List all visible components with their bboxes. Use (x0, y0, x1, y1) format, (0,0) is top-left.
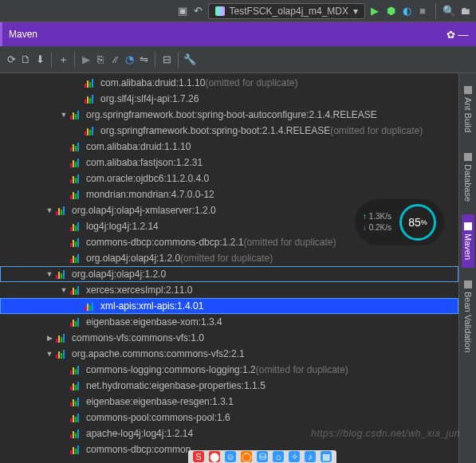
settings-icon[interactable]: ✿ (444, 28, 457, 41)
dock-app-icon[interactable]: ✧ (289, 451, 300, 462)
coverage-icon[interactable]: ◐ (400, 5, 413, 18)
tree-node[interactable]: com.oracle:ojdbc6:11.2.0.4.0 (0, 171, 458, 186)
run-config-selector[interactable]: TestFSCK_olap4j_m4_MDX ▾ (208, 3, 365, 19)
refresh-icon[interactable]: ⟳ (5, 53, 18, 66)
tree-node[interactable]: net.hydromatic:eigenbase-properties:1.1.… (0, 378, 458, 394)
dropdown-icon: ▾ (353, 6, 358, 17)
run-icon[interactable]: ▶ (368, 5, 381, 18)
dock-app-icon[interactable]: ♪ (305, 451, 316, 462)
node-note: (omitted for duplicate) (330, 125, 423, 136)
dependency-tree[interactable]: com.alibaba:druid:1.1.10 (omitted for du… (0, 73, 458, 463)
node-label: com.alibaba:druid:1.1.10 (100, 77, 205, 88)
upload-icon: ↑ (363, 212, 367, 221)
beanval-icon (464, 281, 472, 288)
tree-node[interactable]: org.olap4j:olap4j:1.2.0 (omitted for dup… (0, 250, 458, 266)
node-note: (omitted for duplicate) (256, 364, 348, 375)
dock-app-icon[interactable]: ⌂ (273, 451, 284, 462)
node-label: net.hydromatic:eigenbase-properties:1.1.… (86, 380, 266, 391)
tool-tab-beanval[interactable]: Bean Validation (462, 273, 474, 360)
node-note: (omitted for duplicate) (205, 77, 297, 88)
tree-node[interactable]: eigenbase:eigenbase-xom:1.3.4 (0, 314, 458, 330)
toggle-skip-tests-icon[interactable]: ◔ (123, 53, 136, 66)
generate-sources-icon[interactable]: 🗋 (19, 53, 32, 66)
chevron-down-icon[interactable]: ▼ (45, 206, 54, 215)
execute-goal-icon[interactable]: ⎘ (94, 53, 107, 66)
run-maven-icon[interactable]: ▶ (80, 53, 92, 66)
tree-node[interactable]: ▼org.apache.commons:commons-vfs2:2.1 (0, 346, 458, 362)
dependency-icon (70, 110, 83, 120)
dependency-icon (70, 317, 83, 327)
dock-app-icon[interactable]: S (193, 451, 204, 462)
run-config-label: TestFSCK_olap4j_m4_MDX (230, 6, 348, 17)
usage-circle: 85% (399, 204, 436, 241)
chevron-down-icon[interactable]: ▼ (45, 269, 54, 279)
download-speed: 0.2 (369, 223, 380, 232)
node-label: commons-logging:commons-logging:1.2 (86, 364, 256, 375)
add-icon[interactable]: ＋ (57, 53, 69, 66)
tool-tab-antbuild[interactable]: Ant Build (462, 78, 474, 140)
tree-node[interactable]: ▼xerces:xercesImpl:2.11.0 (0, 282, 458, 298)
dependency-icon (70, 174, 83, 183)
terminal-icon[interactable]: ▣ (176, 5, 189, 18)
chevron-down-icon[interactable]: ▼ (59, 110, 69, 120)
dependency-icon (70, 365, 83, 375)
chevron-down-icon[interactable]: ▼ (59, 285, 69, 295)
search-icon[interactable]: 🔍 (443, 5, 455, 18)
toggle-offline-icon[interactable]: ⫽ (108, 53, 121, 66)
dependency-icon (70, 222, 83, 231)
tree-node[interactable]: org.springframework.boot:spring-boot:2.1… (0, 123, 458, 139)
dependency-icon (70, 253, 83, 263)
tree-node[interactable]: eigenbase:eigenbase-resgen:1.3.1 (0, 394, 458, 410)
download-icon: ↓ (363, 223, 367, 232)
back-icon[interactable]: ↶ (192, 5, 205, 18)
upload-speed: 1.3 (369, 212, 380, 221)
node-label: commons-vfs:commons-vfs:1.0 (72, 332, 204, 343)
chevron-down-icon[interactable]: ▼ (45, 349, 54, 359)
tool-tab-maven[interactable]: Maven (462, 214, 474, 268)
tool-tab-database[interactable]: Database (462, 145, 474, 210)
dock-app-icon[interactable]: ▦ (321, 451, 332, 462)
project-icon[interactable]: 🖿 (458, 5, 471, 18)
maven-icon (464, 222, 472, 230)
download-icon[interactable]: ⬇ (33, 53, 46, 66)
tree-node[interactable]: org.slf4j:slf4j-api:1.7.26 (0, 91, 458, 107)
tree-node[interactable]: commons-logging:commons-logging:1.2 (omi… (0, 362, 458, 378)
node-label: com.oracle:ojdbc6:11.2.0.4.0 (86, 173, 209, 184)
tree-node[interactable]: com.alibaba:druid:1.1.10 (omitted for du… (0, 75, 458, 91)
chevron-right-icon[interactable]: ▶ (45, 333, 54, 343)
node-label: commons-dbcp:common (86, 444, 191, 455)
wrench-icon[interactable]: 🔧 (183, 53, 196, 66)
minimize-icon[interactable]: — (457, 28, 470, 41)
tab-label: Bean Validation (463, 292, 473, 352)
tree-node[interactable]: com.alibaba:druid:1.1.10 (0, 139, 458, 155)
dependency-icon (70, 413, 83, 422)
right-tool-tabs: Ant BuildDatabaseMavenBean Validation (458, 73, 476, 463)
dependency-icon (85, 126, 97, 135)
tree-node[interactable]: ▶commons-vfs:commons-vfs:1.0 (0, 330, 458, 346)
node-label: com.alibaba:druid:1.1.10 (86, 141, 191, 152)
dependency-icon (56, 349, 69, 359)
stop-icon[interactable]: ■ (416, 5, 429, 18)
watermark: https://blog.csdn.net/wh_xia_jun (311, 428, 460, 439)
show-deps-icon[interactable]: ⇋ (137, 53, 150, 66)
debug-icon[interactable]: ⬢ (384, 5, 397, 18)
dock-app-icon[interactable]: ⬤ (209, 451, 220, 462)
dependency-icon (70, 237, 83, 247)
dock-app-icon[interactable]: ⛁ (257, 451, 268, 462)
dependency-icon (56, 333, 69, 343)
tree-node[interactable]: ▼org.olap4j:olap4j:1.2.0 (0, 266, 458, 282)
collapse-icon[interactable]: ⊟ (160, 53, 173, 66)
node-label: eigenbase:eigenbase-xom:1.3.4 (86, 316, 222, 328)
tree-node[interactable]: ▼org.springframework.boot:spring-boot-au… (0, 107, 458, 123)
tree-node[interactable]: commons-pool:commons-pool:1.6 (0, 410, 458, 426)
dock-app-icon[interactable]: ◯ (241, 451, 252, 462)
tree-node[interactable]: xml-apis:xml-apis:1.4.01 (0, 298, 458, 314)
dock-app-icon[interactable]: ☺ (225, 451, 236, 462)
dependency-icon (70, 381, 83, 390)
tree-node[interactable]: com.alibaba:fastjson:1.2.31 (0, 155, 458, 171)
node-label: org.olap4j:olap4j-xmlaserver:1.2.0 (72, 205, 216, 216)
dependency-icon (85, 301, 97, 311)
node-label: apache-log4j:log4j:1.2.14 (86, 428, 193, 439)
dependency-icon (70, 429, 83, 438)
node-label: xml-apis:xml-apis:1.4.01 (100, 300, 203, 312)
